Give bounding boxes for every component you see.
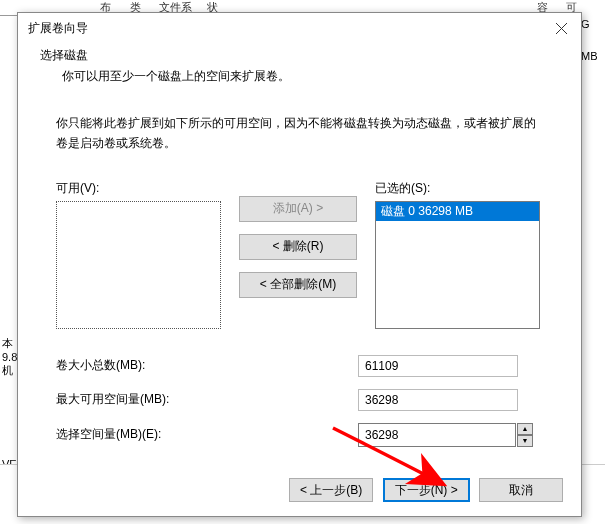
close-button[interactable] xyxy=(541,14,581,42)
back-button[interactable]: < 上一步(B) xyxy=(289,478,373,502)
dialog-title: 扩展卷向导 xyxy=(28,20,541,37)
extend-volume-wizard-dialog: 扩展卷向导 选择磁盘 你可以用至少一个磁盘上的空间来扩展卷。 你只能将此卷扩展到… xyxy=(17,12,582,517)
wizard-footer: < 上一步(B) 下一步(N) > 取消 xyxy=(283,478,563,502)
remove-all-button[interactable]: < 全部删除(M) xyxy=(239,272,357,298)
selected-label: 已选的(S): xyxy=(375,180,540,197)
select-space-input[interactable] xyxy=(358,423,516,447)
selected-listbox[interactable]: 磁盘 0 36298 MB xyxy=(375,201,540,329)
wizard-header: 选择磁盘 你可以用至少一个磁盘上的空间来扩展卷。 xyxy=(18,43,581,101)
next-button[interactable]: 下一步(N) > xyxy=(383,478,470,502)
spinner-down-button[interactable]: ▼ xyxy=(517,435,533,447)
select-space-label: 选择空间量(MB)(E): xyxy=(56,426,358,443)
list-item[interactable]: 磁盘 0 36298 MB xyxy=(376,202,539,221)
description-text: 你只能将此卷扩展到如下所示的可用空间，因为不能将磁盘转换为动态磁盘，或者被扩展的… xyxy=(56,113,543,154)
max-space-label: 最大可用空间量(MB): xyxy=(56,391,358,408)
available-label: 可用(V): xyxy=(56,180,221,197)
cancel-button[interactable]: 取消 xyxy=(479,478,563,502)
close-icon xyxy=(556,23,567,34)
max-space-value: 36298 xyxy=(358,389,518,411)
available-listbox[interactable] xyxy=(56,201,221,329)
total-size-label: 卷大小总数(MB): xyxy=(56,357,358,374)
remove-button[interactable]: < 删除(R) xyxy=(239,234,357,260)
wizard-step-title: 选择磁盘 xyxy=(40,47,559,64)
total-size-value: 61109 xyxy=(358,355,518,377)
add-button[interactable]: 添加(A) > xyxy=(239,196,357,222)
spinner-up-button[interactable]: ▲ xyxy=(517,423,533,435)
wizard-step-subtitle: 你可以用至少一个磁盘上的空间来扩展卷。 xyxy=(40,68,559,85)
titlebar: 扩展卷向导 xyxy=(18,13,581,43)
